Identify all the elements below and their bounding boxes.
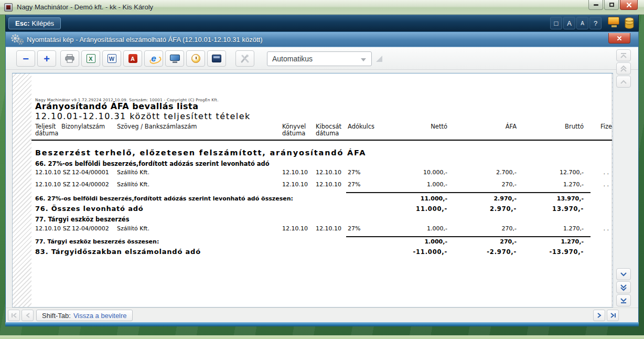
- previous-page-button[interactable]: [22, 310, 34, 321]
- font-large-icon: A: [567, 19, 572, 27]
- settings-button[interactable]: [235, 50, 254, 67]
- cell-netto: 1.000,-: [386, 181, 447, 188]
- chevron-down-icon: [619, 271, 628, 278]
- scroll-top-button[interactable]: [616, 49, 631, 61]
- cell-konyvel: 12.10.10: [282, 225, 308, 232]
- grand-row-76: 76. Összes levonható adó 11.000,- 2.970,…: [35, 205, 612, 213]
- shortcut-label: Shift-Tab:: [42, 312, 71, 320]
- back-to-entry-button[interactable]: Shift-Tab: Vissza a bevitelre: [36, 310, 133, 321]
- clock-icon: [191, 54, 200, 63]
- cell-fizetes: . .: [584, 169, 612, 176]
- preview-area: Nagy Machinátor v9.1.72.29224 2012.10.09…: [12, 73, 613, 308]
- cell-tipus: SZ: [61, 225, 72, 232]
- screen-view-button[interactable]: [165, 50, 184, 67]
- last-page-icon: [609, 312, 617, 319]
- total-label: 66. 27%-os belföldi beszerzés,fordított …: [35, 195, 386, 203]
- col-netto: Nettó: [386, 123, 447, 137]
- internet-explorer-icon: e: [151, 54, 156, 63]
- help-button[interactable]: ?: [589, 17, 602, 29]
- archive-button[interactable]: [207, 50, 226, 67]
- minimize-button[interactable]: [588, 0, 603, 10]
- double-chevron-down-icon: [619, 284, 628, 291]
- close-button[interactable]: [620, 0, 638, 10]
- exit-button[interactable]: Esc: Kilépés: [8, 17, 61, 29]
- zoom-out-button[interactable]: −: [16, 50, 35, 67]
- col-konyvel: Könyveldátuma: [282, 123, 308, 137]
- scroll-bottom-button[interactable]: [616, 294, 631, 306]
- total-label: 77. Tárgyi eszköz beszerzés összesen:: [35, 238, 386, 246]
- monitor-button[interactable]: [608, 17, 620, 29]
- next-page-icon: [596, 312, 603, 319]
- line-down-button[interactable]: [616, 268, 631, 280]
- table-header-row: Teljesítdátuma Bizonylatszám Szöveg / Ba…: [35, 123, 612, 137]
- total-row-66: 66. 27%-os belföldi beszerzés,fordított …: [35, 195, 612, 203]
- report-subtitle: 12.10.01-12.10.31 között teljesített tét…: [35, 111, 251, 121]
- export-pdf-button[interactable]: A: [123, 50, 142, 67]
- page-up-button[interactable]: [616, 62, 631, 75]
- help-icon: ?: [594, 19, 597, 27]
- col-teljesit: Teljesítdátuma: [35, 123, 61, 137]
- window-frame-edge: [5, 322, 639, 326]
- zoom-in-button[interactable]: +: [37, 50, 56, 67]
- schedule-button[interactable]: [186, 50, 205, 67]
- minus-icon: −: [23, 54, 29, 64]
- tools-icon: [240, 54, 250, 63]
- summary-rule: [346, 236, 591, 237]
- combo-resize-grip[interactable]: [376, 56, 382, 62]
- gears-icon: [10, 33, 25, 46]
- header-rule: [31, 140, 612, 141]
- pdf-icon: A: [128, 54, 137, 63]
- cell-netto: 1.000,-: [386, 225, 447, 232]
- monitor-icon: [608, 17, 619, 25]
- statusbar: Shift-Tab: Vissza a bevitelre: [6, 308, 638, 322]
- printer-icon: [65, 54, 75, 63]
- chevron-up-icon: [619, 78, 628, 86]
- export-word-button[interactable]: W: [102, 50, 121, 67]
- first-page-button[interactable]: [8, 310, 20, 321]
- cell-bizonylat: 12-04/00002: [72, 225, 117, 232]
- toolbar: − + X W A: [6, 47, 638, 70]
- cell-konyvel: 12.10.10: [282, 181, 308, 188]
- font-smaller-button[interactable]: A: [576, 17, 588, 29]
- total-brutto: 1.270,-: [517, 238, 584, 246]
- grand-afa: -2.970,-: [447, 248, 517, 256]
- cell-brutto: 1.270,-: [517, 181, 584, 188]
- page-down-button[interactable]: [616, 281, 631, 293]
- grand-netto: -11.000,-: [386, 248, 447, 256]
- last-page-button[interactable]: [607, 310, 619, 321]
- print-button[interactable]: [60, 50, 79, 67]
- cell-netto: 10.000,-: [386, 169, 447, 176]
- col-fizetes: Fize: [584, 123, 612, 137]
- window-icon: □: [554, 19, 559, 27]
- dialog-title: Nyomtatási kép - Arányosítással elszámol…: [27, 36, 262, 44]
- grand-brutto: -13.970,-: [517, 248, 584, 256]
- cell-brutto: 1.270,-: [517, 225, 584, 232]
- col-bizonylatszam: Bizonylatszám: [61, 123, 117, 137]
- open-in-browser-button[interactable]: e: [144, 50, 163, 67]
- database-button[interactable]: [624, 17, 635, 29]
- cell-teljesit: 12.10.10: [35, 169, 61, 176]
- dialog-close-button[interactable]: [608, 33, 630, 44]
- cell-szoveg: Szállító Kft.: [117, 181, 282, 188]
- total-netto: 1.000,-: [386, 238, 447, 246]
- double-chevron-up-icon: [619, 65, 628, 72]
- total-afa: 270,-: [447, 238, 517, 246]
- excel-icon: X: [87, 54, 95, 63]
- cell-bizonylat: 12-04/00001: [72, 169, 117, 176]
- maximize-button[interactable]: [604, 0, 619, 10]
- window-mode-button[interactable]: □: [550, 17, 562, 29]
- action-label: Vissza a bevitelre: [73, 312, 127, 320]
- zoom-mode-select[interactable]: Automatikus: [267, 51, 372, 66]
- export-excel-button[interactable]: X: [81, 50, 100, 67]
- zoom-mode-value: Automatikus: [272, 55, 313, 63]
- print-preview-dialog: Nyomtatási kép - Arányosítással elszámol…: [5, 31, 639, 322]
- desktop-wallpaper: Nagy Machinátor - Demó kft. - kk - Kis K…: [0, 0, 644, 339]
- archive-box-icon: [212, 55, 221, 62]
- menubar: Esc: Kilépés □ A A ?: [5, 15, 639, 31]
- close-icon: [626, 2, 632, 8]
- cell-afa: 270,-: [447, 181, 517, 188]
- line-up-button[interactable]: [616, 76, 631, 88]
- next-page-button[interactable]: [593, 310, 605, 321]
- total-netto: 11.000,-: [386, 195, 447, 203]
- font-larger-button[interactable]: A: [563, 17, 575, 29]
